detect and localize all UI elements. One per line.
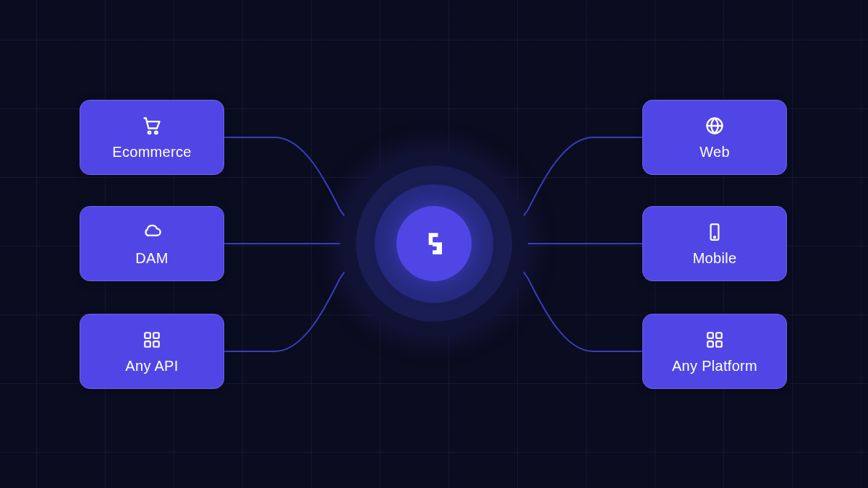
node-any-platform: Any Platform (642, 314, 787, 389)
node-label: Any API (125, 358, 178, 374)
svg-point-0 (148, 131, 151, 134)
svg-point-1 (155, 131, 158, 134)
svg-rect-2 (145, 333, 150, 338)
node-web: Web (642, 100, 787, 175)
grid-icon (704, 329, 726, 351)
svg-rect-10 (716, 333, 722, 338)
grid-icon (141, 329, 163, 351)
cart-icon (141, 115, 163, 137)
svg-rect-9 (707, 333, 713, 338)
node-label: DAM (135, 250, 168, 267)
node-label: Ecommerce (112, 144, 191, 160)
node-ecommerce: Ecommerce (80, 100, 224, 175)
node-any-api: Any API (80, 314, 224, 389)
svg-rect-4 (145, 341, 150, 347)
mobile-icon (704, 221, 726, 243)
center-hub (340, 150, 528, 338)
svg-point-8 (714, 236, 715, 237)
svg-rect-3 (153, 333, 159, 338)
globe-icon (704, 115, 726, 137)
hub-logo-icon (417, 227, 451, 260)
node-label: Web (699, 144, 730, 160)
svg-rect-12 (716, 341, 722, 347)
node-label: Any Platform (672, 358, 757, 374)
cloud-icon (141, 221, 163, 243)
svg-rect-11 (707, 341, 713, 347)
node-label: Mobile (693, 250, 737, 267)
node-dam: DAM (80, 206, 224, 281)
svg-rect-5 (153, 341, 159, 347)
node-mobile: Mobile (642, 206, 787, 281)
